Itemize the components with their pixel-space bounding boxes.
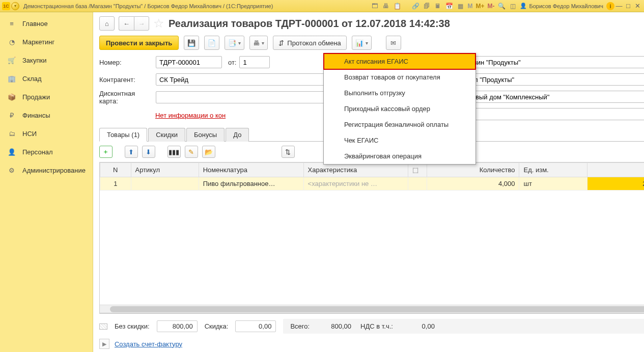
no-discount-label: Без скидки: [115,322,150,330]
menu-item-egais-check[interactable]: Чек ЕГАИС [324,132,475,148]
menu-item-perform-shipment[interactable]: Выполнить отгрузку [324,85,475,101]
sidebar-item-label: Финансы [22,112,50,119]
memory-m-icon[interactable]: M [467,3,472,10]
number-label: Номер: [99,59,153,66]
sidebar-item-personnel[interactable]: 👤Персонал [0,143,93,161]
print-menu-button[interactable]: 🖶 [249,36,268,50]
contractor-label: Контрагент: [99,76,153,84]
goods-table: N Артикул Номенклатура Характеристика ⬚ … [99,162,644,313]
barcode-button[interactable]: ▮▮▮ [167,146,181,158]
tab-discounts[interactable]: Скидки [148,128,185,142]
column-settings-button[interactable]: ⇅ [282,146,295,158]
total-label: Всего: [290,322,310,330]
clipboard-icon[interactable]: 📋 [393,2,401,10]
col-n[interactable]: N [100,163,131,177]
col-price[interactable]: Цена [587,163,644,177]
store-field[interactable] [455,73,644,86]
col-qty[interactable]: Количество [427,163,519,177]
col-unit[interactable]: Ед. изм. [519,163,587,177]
menu-item-acquiring[interactable]: Эквайринговая операция [324,148,475,164]
window-titlebar: 1C ▾ Демонстрационная база /Магазин "Про… [0,0,644,12]
pie-icon: ◔ [7,37,16,46]
table-row[interactable]: 1 Пиво фильтрованное… <характеристики не… [100,177,644,191]
number-field[interactable] [156,56,222,68]
window-restore-button[interactable]: □ [624,2,633,10]
memory-mplus-icon[interactable]: M+ [475,3,484,10]
main-panel: ⌂ ← → ☆ Реализация товаров ТДРТ-000001 о… [93,12,644,352]
sidebar-item-marketing[interactable]: ◔Маркетинг [0,33,93,51]
panels-icon[interactable]: ◫ [509,2,517,10]
memory-mminus-icon[interactable]: M- [487,3,494,10]
box-icon: 📦 [7,92,16,101]
favorite-star-icon[interactable]: ☆ [153,16,164,31]
sidebar-item-finance[interactable]: ₽Финансы [0,106,93,124]
grid-icon[interactable]: ▦ [456,2,464,10]
row-down-button[interactable]: ⬇ [142,146,155,158]
cell-char: <характеристики не … [303,177,408,191]
window-minimize-button[interactable]: — [614,2,624,10]
totals-icon [99,323,107,330]
shop-field[interactable] [455,56,644,68]
edit-button[interactable]: ✎ [185,146,198,158]
seller-field[interactable] [455,108,644,120]
sidebar-item-purchases[interactable]: 🛒Закупки [0,51,93,69]
info-icon[interactable]: i [606,2,614,10]
vat-value: 0,00 [398,321,439,332]
sidebar-item-sales[interactable]: 📦Продажи [0,88,93,106]
email-button[interactable]: ✉ [386,36,401,50]
scrollbar-thumb[interactable] [110,306,644,312]
app-menu-button[interactable]: ▾ [11,2,19,10]
current-user[interactable]: 👤 Борисов Федор Михайлович [520,3,603,9]
create-invoice-link[interactable]: Создать счет-фактуру [115,340,182,348]
sidebar-item-warehouse[interactable]: 🏢Склад [0,69,93,88]
invoice-link-row: ▶ Создать счет-фактуру [99,336,644,349]
calendar-icon[interactable]: 📅 [445,2,453,10]
sidebar-item-nsi[interactable]: 🗂НСИ [0,124,93,143]
nav-forward-button[interactable]: → [134,16,149,31]
compare-icon[interactable]: 🗐 [423,2,431,10]
sidebar-item-label: Продажи [22,93,50,101]
warehouse-icon: 🏢 [7,74,16,83]
menu-item-cash-receipt[interactable]: Приходный кассовый ордер [324,101,475,117]
total-value: 800,00 [315,321,355,332]
menu-item-egais-writeoff[interactable]: Акт списания ЕГАИС [324,53,475,69]
col-char[interactable]: Характеристика [303,163,408,177]
print-preview-icon[interactable]: 🗔 [371,2,379,10]
exchange-protocol-button[interactable]: ⇵Протокол обмена [273,36,347,50]
table-h-scrollbar[interactable] [100,305,644,313]
menu-item-customer-return[interactable]: Возврат товаров от покупателя [324,69,475,85]
col-marking-icon[interactable]: ⬚ [408,163,427,177]
post-and-close-button[interactable]: Провести и закрыть [99,36,179,50]
row-up-button[interactable]: ⬆ [125,146,138,158]
contractor-warning-link[interactable]: Нет информации о кон [155,112,226,119]
tab-goods[interactable]: Товары (1) [99,128,147,142]
home-button[interactable]: ⌂ [99,16,115,31]
nav-sidebar: ≡Главное ◔Маркетинг 🛒Закупки 🏢Склад 📦Про… [0,12,93,352]
save-button[interactable]: 💾 [184,36,199,50]
vat-label: НДС в т.ч.: [360,322,393,330]
nav-back-button[interactable]: ← [119,16,134,31]
person-icon: 👤 [520,3,527,9]
menu-item-noncash-payment[interactable]: Регистрация безналичной оплаты [324,117,475,132]
calc-icon[interactable]: 🖩 [434,2,442,10]
col-nom[interactable]: Номенклатура [199,163,303,177]
col-art[interactable]: Артикул [131,163,199,177]
sidebar-item-admin[interactable]: ⚙Администрирование [0,161,93,179]
zoom-icon[interactable]: 🔍 [497,2,506,10]
reports-button[interactable]: 📊 [352,36,372,50]
sidebar-item-main[interactable]: ≡Главное [0,14,93,33]
create-based-on-button[interactable]: 📑 [225,36,244,50]
row-add-button[interactable]: ＋ [99,146,113,158]
fill-button[interactable]: 📂 [202,146,215,158]
tab-bonuses[interactable]: Бонусы [186,128,225,142]
sidebar-item-label: Администрирование [22,167,86,174]
date-field[interactable] [239,56,270,68]
sidebar-item-label: Маркетинг [22,38,54,46]
print-icon[interactable]: 🖶 [382,2,390,10]
post-button[interactable]: 📄 [204,36,219,50]
tab-extra1[interactable]: До [226,128,249,142]
sidebar-item-label: Закупки [22,57,46,64]
org-field[interactable] [455,91,644,103]
window-close-button[interactable]: ✕ [633,2,642,10]
link-icon[interactable]: 🔗 [411,2,419,10]
